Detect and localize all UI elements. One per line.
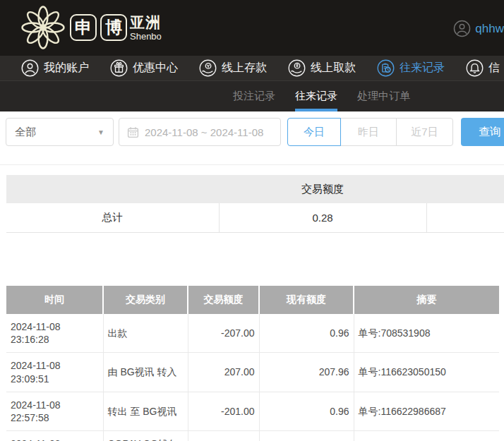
cell-note: 单号:116622986687 — [354, 392, 499, 430]
nav-item-label: 信 — [488, 61, 500, 75]
summary-total-label: 总计 — [6, 203, 219, 232]
flower-logo-icon — [20, 4, 66, 51]
cell-amount: 207.00 — [188, 353, 259, 392]
table-row: 2024-11-08 23:16:28 出款 -207.00 0.96 单号:7… — [6, 314, 499, 353]
cell-amount: -201.00 — [188, 392, 259, 430]
cell-note: 单号:708531908 — [354, 314, 499, 353]
col-header-time: 时间 — [6, 286, 103, 314]
table-row: 2024-11-08 22:57:44 CGPAY-CG钱包支付笔笔送优惠 1.… — [6, 431, 499, 441]
nav-item-withdraw[interactable]: 线上取款 — [288, 59, 356, 77]
records-icon — [377, 59, 395, 77]
table-row: 2024-11-08 23:09:51 由 BG视讯 转入 207.00 207… — [6, 353, 499, 392]
transactions-table: 时间 交易类别 交易额度 现有额度 摘要 2024-11-08 23:16:28… — [6, 286, 499, 441]
top-header: 申 博 亚洲 Shenbo qhhw — [0, 0, 504, 56]
cell-type: 出款 — [103, 314, 188, 353]
bell-icon — [466, 59, 484, 77]
main-navigation: 我的账户 优惠中心 线上存款 — [0, 56, 504, 80]
col-header-type: 交易类别 — [103, 286, 188, 314]
cell-type: CGPAY-CG钱包支付笔笔送优惠 — [103, 431, 188, 441]
shenbo-transaction-records-page: 申 博 亚洲 Shenbo qhhw 我的账户 — [0, 0, 504, 441]
logo-char-shen: 申 — [70, 14, 97, 41]
user-account-area[interactable]: qhhw — [453, 20, 504, 37]
username-text[interactable]: qhhw — [475, 22, 504, 36]
summary-header-amount: 交易额度 — [219, 175, 426, 203]
logo-region-cn: 亚洲 — [130, 15, 162, 30]
today-button[interactable]: 今日 — [287, 118, 341, 146]
yesterday-button[interactable]: 昨日 — [340, 118, 397, 146]
cell-type: 转出 至 BG视讯 — [103, 392, 188, 430]
filter-divider — [0, 164, 504, 165]
cell-note: 单号:202411093776573871 — [354, 431, 499, 441]
quick-date-button-group: 今日 昨日 近7日 — [287, 118, 453, 146]
tab-transaction-records[interactable]: 往来记录 — [295, 81, 337, 111]
summary-total-value: 0.28 — [219, 203, 426, 232]
cell-time: 2024-11-08 22:57:58 — [6, 392, 103, 430]
nav-item-label: 优惠中心 — [133, 61, 178, 75]
col-header-note: 摘要 — [354, 286, 499, 314]
tab-betting-records[interactable]: 投注记录 — [233, 81, 275, 111]
date-range-value: 2024-11-08 ~ 2024-11-08 — [145, 126, 263, 138]
col-header-amount: 交易额度 — [188, 286, 259, 314]
cell-time: 2024-11-08 23:09:51 — [6, 353, 103, 392]
deposit-icon — [199, 59, 217, 77]
chevron-down-icon: ▼ — [97, 128, 104, 136]
table-row: 2024-11-08 22:57:58 转出 至 BG视讯 -201.00 0.… — [6, 392, 499, 430]
brand-logo[interactable]: 申 博 亚洲 Shenbo — [20, 4, 162, 51]
cell-balance: 0.96 — [259, 314, 354, 353]
summary-header-row: 交易额度 — [6, 175, 504, 203]
calendar-icon — [127, 126, 139, 138]
summary-header-empty2 — [426, 175, 504, 203]
nav-item-label: 往来记录 — [400, 61, 445, 75]
tab-pending-orders[interactable]: 处理中订单 — [357, 81, 410, 111]
search-button[interactable]: 查询 — [461, 118, 504, 146]
nav-item-deposit[interactable]: 线上存款 — [199, 59, 267, 77]
avatar-icon — [453, 20, 471, 37]
nav-item-label: 线上取款 — [311, 61, 356, 75]
nav-item-promotions[interactable]: 优惠中心 — [110, 59, 178, 77]
user-icon — [21, 59, 39, 77]
nav-item-label: 线上存款 — [222, 61, 267, 75]
cell-balance: 0.96 — [259, 392, 354, 430]
date-range-input[interactable]: 2024-11-08 ~ 2024-11-08 — [119, 118, 281, 146]
logo-char-bo: 博 — [100, 14, 127, 41]
nav-item-label: 我的账户 — [44, 61, 89, 75]
cell-balance: 201.96 — [259, 431, 354, 441]
cell-amount: 1.00 — [188, 431, 259, 441]
transactions-header-row: 时间 交易类别 交易额度 现有额度 摘要 — [6, 286, 499, 314]
nav-item-transaction-records[interactable]: 往来记录 — [377, 59, 445, 77]
cell-time: 2024-11-08 22:57:44 — [6, 431, 103, 441]
type-filter-value: 全部 — [15, 126, 36, 139]
gift-icon — [110, 59, 128, 77]
summary-table: 交易额度 总计 0.28 — [6, 175, 504, 233]
cell-amount: -207.00 — [188, 314, 259, 353]
nav-item-messages[interactable]: 信 — [466, 59, 500, 77]
cell-type: 由 BG视讯 转入 — [103, 353, 188, 392]
summary-empty-cell — [426, 203, 504, 232]
logo-brand-en: Shenbo — [130, 32, 162, 41]
type-filter-select[interactable]: 全部 ▼ — [6, 118, 114, 146]
logo-region: 亚洲 Shenbo — [130, 15, 162, 41]
summary-header-empty — [6, 175, 219, 203]
summary-total-row: 总计 0.28 — [6, 203, 504, 232]
record-tabs: 投注记录 往来记录 处理中订单 — [0, 80, 504, 111]
withdraw-icon — [288, 59, 306, 77]
content-area: 全部 ▼ 2024-11-08 ~ 2024-11-08 今日 昨日 近7日 查… — [0, 111, 504, 441]
last-7-days-button[interactable]: 近7日 — [396, 118, 453, 146]
cell-time: 2024-11-08 23:16:28 — [6, 314, 103, 353]
cell-balance: 207.96 — [259, 353, 354, 392]
col-header-balance: 现有额度 — [259, 286, 354, 314]
cell-note: 单号:116623050150 — [354, 353, 499, 392]
nav-item-my-account[interactable]: 我的账户 — [21, 59, 89, 77]
